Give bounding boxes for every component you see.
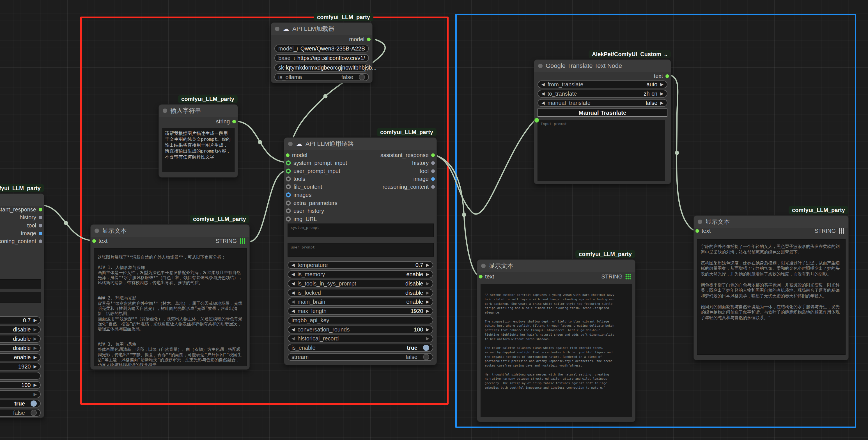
output-socket-reasoning-content[interactable]: reasoning_content: [0, 237, 42, 245]
node-input-string[interactable]: comfyui_LLM_party 输入字符串 string 请帮我根据图片描述…: [158, 104, 238, 178]
socket-dot[interactable]: [39, 216, 42, 219]
output-socket-tool[interactable]: tool: [420, 167, 435, 175]
increment-icon[interactable]: ▶: [426, 290, 429, 295]
input-socket-images[interactable]: images: [286, 191, 311, 199]
widget-imgbb-api-key[interactable]: [0, 372, 41, 380]
widget-max-length[interactable]: ◀max_length1920▶: [287, 307, 433, 315]
toggle-off-icon[interactable]: [31, 410, 37, 416]
input-prompt-textarea[interactable]: Input prompt: [537, 120, 665, 181]
decrement-icon[interactable]: ◀: [291, 290, 295, 295]
socket-dot[interactable]: [232, 120, 236, 123]
node-title-bar[interactable]: Google Translate Text Node: [534, 60, 671, 72]
output-socket-history[interactable]: history: [20, 213, 42, 221]
input-socket-tools[interactable]: tools: [286, 175, 305, 183]
decrement-icon[interactable]: ◀: [541, 91, 545, 96]
input-socket-text[interactable]: text: [695, 227, 711, 235]
widget-base-url[interactable]: base_url https://api.siliconflow.cn/v1/: [274, 54, 369, 62]
increment-icon[interactable]: ▶: [33, 364, 37, 369]
decrement-icon[interactable]: ◀: [291, 281, 295, 286]
widget-historical-record[interactable]: ▶: [0, 390, 41, 398]
node-title-bar[interactable]: ☁ API LLM加载器: [271, 23, 372, 35]
socket-dot[interactable]: [286, 168, 291, 174]
widget-is-locked[interactable]: disable▶: [0, 344, 41, 352]
input-socket-text[interactable]: text: [479, 273, 494, 280]
socket-dot[interactable]: [431, 153, 435, 157]
socket-dot[interactable]: [39, 240, 42, 243]
node-api-llm-chain-left[interactable]: comfyui_LLM_party assistant_response his…: [0, 193, 44, 418]
socket-dot[interactable]: [431, 185, 435, 189]
decrement-icon[interactable]: ◀: [291, 327, 295, 332]
string-textarea[interactable]: 请帮我根据图片描述生成一段用于文生图的纯英文prompt。你的输出结果将直接用于…: [162, 128, 235, 172]
system-prompt-textarea[interactable]: [0, 279, 41, 289]
widget-temperature[interactable]: 0.7▶: [0, 316, 41, 324]
socket-dot[interactable]: [431, 177, 435, 181]
user-prompt-textarea[interactable]: user_prompt: [287, 243, 434, 257]
socket-dot[interactable]: [431, 169, 435, 173]
collapse-dot-icon[interactable]: [275, 27, 279, 31]
output-socket-image[interactable]: image: [21, 229, 42, 237]
widget-is-memory[interactable]: ◀is_memoryenable▶: [287, 270, 433, 278]
socket-dot[interactable]: [286, 177, 291, 182]
increment-icon[interactable]: ▶: [426, 309, 429, 314]
socket-dot[interactable]: [39, 232, 42, 235]
increment-icon[interactable]: ▶: [33, 355, 37, 360]
output-socket-model[interactable]: model: [349, 35, 371, 43]
widget-is-memory[interactable]: disable▶: [0, 325, 41, 334]
widget-model-name[interactable]: model_na ... Qwen/Qwen3-235B-A22B: [274, 44, 369, 53]
widget-max-length[interactable]: 1920▶: [0, 363, 41, 371]
widget-is-ollama[interactable]: is_ollama false: [274, 73, 369, 81]
node-display-text-middle[interactable]: comfyui_LLM_party 显示文本 text STRING “A se…: [477, 259, 636, 422]
widget-api-key[interactable]: sk-lqtymkdormxdgbeorcgjnowltbhbjsb...: [274, 64, 369, 71]
widget-from-translate[interactable]: ◀from_translateauto▶: [537, 81, 668, 88]
input-socket-text[interactable]: text: [92, 237, 107, 245]
widget-manual-translate[interactable]: ◀manual_translatefalse▶: [537, 99, 668, 107]
socket-dot[interactable]: [479, 275, 483, 279]
increment-icon[interactable]: ▶: [426, 336, 429, 341]
decrement-icon[interactable]: ◀: [291, 309, 295, 314]
collapse-dot-icon[interactable]: [698, 220, 702, 224]
string-grid-icon[interactable]: [240, 238, 246, 244]
socket-dot[interactable]: [286, 184, 291, 189]
manual-translate-button[interactable]: Manual Trasnlate: [537, 108, 668, 117]
increment-icon[interactable]: ▶: [660, 82, 663, 87]
output-socket-assistant-response[interactable]: assistant_response: [380, 151, 435, 159]
widget-is-locked[interactable]: ◀is_lockeddisable▶: [287, 289, 433, 297]
collapse-dot-icon[interactable]: [163, 108, 167, 113]
output-socket-tool[interactable]: tool: [27, 222, 42, 229]
node-title-bar[interactable]: [0, 194, 44, 206]
decrement-icon[interactable]: ◀: [291, 262, 295, 268]
socket-dot[interactable]: [39, 208, 42, 212]
display-textarea[interactable]: 这张图片展现了**清新自然的户外人物场景**，可从以下角度分析： ### 1. …: [94, 248, 247, 366]
widget-conversation-rounds[interactable]: ◀conversation_rounds100▶: [287, 325, 433, 334]
widget-temperature[interactable]: ◀temperature0.7▶: [287, 261, 433, 269]
socket-dot[interactable]: [92, 239, 96, 243]
system-prompt-textarea[interactable]: system_prompt: [287, 223, 434, 237]
increment-icon[interactable]: ▶: [33, 336, 37, 341]
input-socket-text-dot[interactable]: [534, 118, 539, 123]
node-title-bar[interactable]: ☁ API LLM通用链路: [284, 138, 436, 150]
node-display-text-left[interactable]: comfyui_LLM_party 显示文本 text STRING 这张图片展…: [90, 224, 250, 370]
widget-to-translate[interactable]: ◀to_translatezh-cn▶: [537, 90, 668, 98]
string-grid-icon[interactable]: [625, 274, 631, 280]
widget-is-tools-in-sys-prompt[interactable]: disable▶: [0, 335, 41, 343]
decrement-icon[interactable]: ◀: [541, 100, 545, 105]
user-prompt-textarea[interactable]: [0, 292, 41, 303]
increment-icon[interactable]: ▶: [33, 327, 37, 332]
input-socket-model[interactable]: model: [286, 151, 307, 159]
widget-imgbb-api-key[interactable]: imgbb_api_key: [287, 316, 433, 324]
widget-conversation-rounds[interactable]: 100▶: [0, 381, 41, 389]
toggle-on-icon[interactable]: [31, 401, 37, 407]
decrement-icon[interactable]: ◀: [291, 272, 295, 277]
increment-icon[interactable]: ▶: [426, 281, 429, 286]
string-grid-icon[interactable]: [839, 228, 844, 234]
socket-dot[interactable]: [39, 224, 42, 227]
decrement-icon[interactable]: ◀: [291, 336, 295, 341]
increment-icon[interactable]: ▶: [426, 327, 429, 332]
input-socket-file-content[interactable]: file_content: [286, 183, 322, 191]
toggle-on-icon[interactable]: [423, 345, 429, 351]
node-api-llm-chain[interactable]: comfyui_LLM_party ☁ API LLM通用链路 model sy…: [284, 137, 437, 365]
increment-icon[interactable]: ▶: [426, 299, 429, 304]
widget-historical-record[interactable]: ◀historical_record▶: [287, 335, 433, 342]
display-textarea[interactable]: “A serene outdoor portrait captures a yo…: [480, 284, 632, 417]
increment-icon[interactable]: ▶: [33, 345, 37, 350]
